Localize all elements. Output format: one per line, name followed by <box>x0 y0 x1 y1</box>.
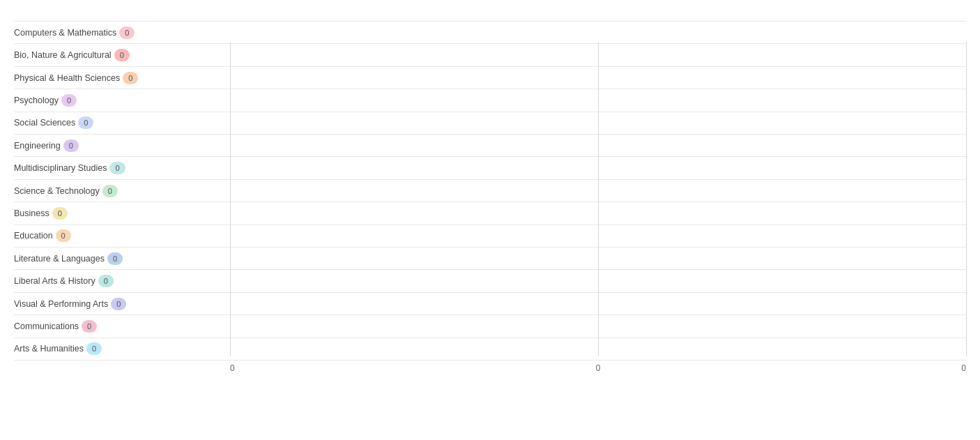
bar-track <box>230 181 966 200</box>
bar-row: Multidisciplinary Studies 0 <box>14 157 966 179</box>
bar-value: 0 <box>102 185 118 197</box>
bar-value: 0 <box>78 116 93 129</box>
bar-row: Liberal Arts & History 0 <box>14 270 966 292</box>
bar-row: Computers & Mathematics 0 <box>14 21 966 44</box>
bar-row: Business 0 <box>14 202 966 225</box>
label-pill-container: Communications 0 <box>14 320 230 333</box>
bar-row: Psychology 0 <box>14 89 966 112</box>
bar-track <box>230 114 966 132</box>
bar-label: Science & Technology <box>14 186 100 196</box>
bar-value: 0 <box>82 320 97 333</box>
bar-value: 0 <box>119 26 135 39</box>
bar-track <box>230 294 966 313</box>
bar-row: Bio, Nature & Agricultural 0 <box>14 44 966 66</box>
label-pill-container: Business 0 <box>14 207 230 220</box>
bar-track <box>230 317 966 335</box>
bar-value: 0 <box>63 139 79 152</box>
bar-row: Literature & Languages 0 <box>14 248 966 270</box>
bar-value: 0 <box>56 229 71 242</box>
bar-label: Computers & Mathematics <box>14 28 116 38</box>
bar-track <box>230 45 966 64</box>
bar-value: 0 <box>123 72 138 84</box>
bar-row: Education 0 <box>14 225 966 248</box>
label-pill-container: Visual & Performing Arts 0 <box>14 298 230 310</box>
label-pill-container: Computers & Mathematics 0 <box>14 26 230 39</box>
bar-value: 0 <box>86 342 102 355</box>
bar-track <box>230 23 966 42</box>
bar-row: Visual & Performing Arts 0 <box>14 293 966 315</box>
bar-track <box>230 136 966 155</box>
bar-row: Communications 0 <box>14 315 966 337</box>
label-pill-container: Liberal Arts & History 0 <box>14 275 230 287</box>
bar-label: Liberal Arts & History <box>14 276 95 286</box>
label-pill-container: Engineering 0 <box>14 139 230 152</box>
label-pill-container: Education 0 <box>14 229 230 242</box>
bar-label: Education <box>14 231 53 241</box>
bar-label: Psychology <box>14 96 59 105</box>
bar-row: Arts & Humanities 0 <box>14 338 966 361</box>
bar-track <box>230 249 966 268</box>
label-pill-container: Multidisciplinary Studies 0 <box>14 162 230 174</box>
chart-area: Computers & Mathematics 0 Bio, Nature & … <box>14 21 966 377</box>
bar-label: Arts & Humanities <box>14 344 84 354</box>
bar-track <box>230 158 966 177</box>
label-pill-container: Social Sciences 0 <box>14 116 230 129</box>
bar-value: 0 <box>61 94 77 107</box>
x-axis-label: 0 <box>230 363 475 377</box>
bar-value: 0 <box>111 298 126 310</box>
bar-label: Social Sciences <box>14 118 75 128</box>
bar-track <box>230 68 966 87</box>
label-pill-container: Literature & Languages 0 <box>14 252 230 265</box>
bar-row: Social Sciences 0 <box>14 112 966 135</box>
bar-label: Business <box>14 208 49 218</box>
label-pill-container: Bio, Nature & Agricultural 0 <box>14 49 230 61</box>
label-pill-container: Psychology 0 <box>14 94 230 107</box>
label-pill-container: Arts & Humanities 0 <box>14 342 230 355</box>
bar-track <box>230 91 966 109</box>
bars-section: Computers & Mathematics 0 Bio, Nature & … <box>14 21 966 361</box>
chart-container: Computers & Mathematics 0 Bio, Nature & … <box>0 0 980 440</box>
bar-track <box>230 340 966 358</box>
x-axis-label: 0 <box>475 363 721 377</box>
bar-label: Physical & Health Sciences <box>14 73 120 83</box>
bar-value: 0 <box>109 162 125 174</box>
bar-label: Literature & Languages <box>14 254 105 264</box>
bar-row: Science & Technology 0 <box>14 180 966 202</box>
bar-row: Engineering 0 <box>14 135 966 157</box>
bar-track <box>230 204 966 222</box>
x-axis-label: 0 <box>721 363 966 377</box>
bar-row: Physical & Health Sciences 0 <box>14 67 966 89</box>
grid-line <box>966 42 967 356</box>
x-axis-labels: 000 <box>230 363 966 377</box>
label-pill-container: Science & Technology 0 <box>14 185 230 197</box>
bar-value: 0 <box>114 49 130 61</box>
bar-track <box>230 271 966 290</box>
bar-value: 0 <box>52 207 68 220</box>
bar-label: Engineering <box>14 141 61 151</box>
bar-value: 0 <box>107 252 123 265</box>
bar-track <box>230 227 966 245</box>
bar-value: 0 <box>98 275 114 287</box>
bar-label: Visual & Performing Arts <box>14 299 108 309</box>
bar-label: Bio, Nature & Agricultural <box>14 50 112 60</box>
bar-label: Multidisciplinary Studies <box>14 163 107 173</box>
bar-label: Communications <box>14 321 79 331</box>
label-pill-container: Physical & Health Sciences 0 <box>14 72 230 84</box>
